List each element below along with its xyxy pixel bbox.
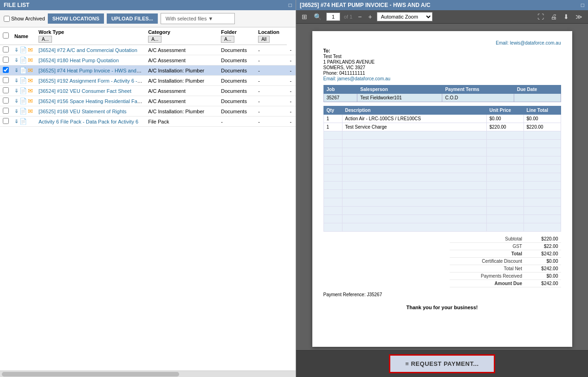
file-list-close-btn[interactable]: □ (289, 2, 292, 8)
scroll-thumb[interactable] (2, 372, 179, 377)
request-payment-button[interactable]: ≡ REQUEST PAYMENT... (389, 354, 495, 373)
download-icon[interactable]: ⇓ (14, 47, 19, 53)
download-icon[interactable]: ⇓ (14, 67, 19, 73)
pdf-icon[interactable]: 📄 (19, 87, 27, 94)
row-checkbox[interactable] (3, 118, 9, 124)
file-link[interactable]: [36525] #74 Heat Pump Invoice - HWS and … (39, 68, 145, 73)
file-link[interactable]: [36525] #192 Assignment Form - Activity … (39, 78, 145, 84)
row-location-cell: - (287, 86, 296, 96)
invoice-item-lineTotal: $0.00 (523, 115, 561, 123)
file-list-title: FILE LIST (4, 2, 29, 8)
email-icon[interactable]: ✉ (28, 57, 33, 64)
invoice-item-desc: Action Air - LRC-100CS / LRE100CS (342, 115, 486, 123)
location-filter-btn[interactable]: All (258, 36, 270, 43)
job-number: 35267 (323, 94, 357, 102)
total-value: $242.00 (525, 250, 561, 258)
file-link[interactable]: [36524] #180 Heat Pump Quotation (39, 58, 119, 63)
email-icon[interactable]: ✉ (28, 46, 33, 53)
email-icon[interactable]: ✉ (28, 67, 33, 74)
page-number-input[interactable]: 1 (326, 13, 340, 21)
pdf-icon[interactable]: 📄 (19, 57, 27, 64)
upload-files-button[interactable]: UPLOAD FILES... (107, 13, 158, 24)
table-row[interactable]: ⇓📄Activity 6 File Pack - Data Pack for A… (0, 117, 296, 127)
zoom-out-btn[interactable]: − (356, 12, 363, 21)
pdf-icon[interactable]: 📄 (19, 67, 27, 74)
more-btn[interactable]: ≫ (574, 12, 584, 21)
row-checkbox[interactable] (3, 98, 9, 104)
select-all-checkbox[interactable] (3, 32, 9, 39)
file-link[interactable]: [36524] #156 Space Heating Residential F… (39, 98, 145, 104)
row-checkbox[interactable] (3, 77, 9, 83)
email-icon[interactable]: ✉ (28, 87, 33, 94)
row-checkbox-cell (0, 86, 12, 96)
row-category-cell: Documents (218, 55, 255, 65)
row-location-cell: - (287, 65, 296, 76)
row-icons-cell: ⇓📄✉ (12, 45, 36, 55)
print-btn[interactable]: 🖨 (549, 12, 559, 21)
table-row[interactable]: ⇓📄✉[36525] #74 Heat Pump Invoice - HWS a… (0, 65, 296, 76)
download-icon[interactable]: ⇓ (14, 78, 19, 84)
worktype-filter-btn[interactable]: A... (39, 36, 52, 43)
row-worktype-cell: A/C Assessment (145, 45, 218, 55)
invoice-empty-row (323, 215, 561, 223)
file-icon-group: ⇓📄✉ (14, 98, 33, 104)
row-name-cell: [36524] #180 Heat Pump Quotation (36, 55, 145, 65)
sidebar-toggle-btn[interactable]: ⊞ (300, 12, 309, 21)
download-icon[interactable]: ⇓ (14, 57, 19, 63)
word-icon[interactable]: 📄 (19, 118, 27, 125)
row-worktype-cell: A/C Installation: Plumber (145, 106, 218, 117)
table-row[interactable]: ⇓📄✉[36524] #180 Heat Pump QuotationA/C A… (0, 55, 296, 65)
email-icon[interactable]: ✉ (28, 77, 33, 84)
file-icon-group: ⇓📄✉ (14, 57, 33, 64)
table-row[interactable]: ⇓📄✉[36524] #72 A/C and Commercial Quotat… (0, 45, 296, 55)
email-icon[interactable]: ✉ (28, 98, 33, 104)
file-link[interactable]: Activity 6 File Pack - Data Pack for Act… (39, 119, 138, 124)
pdf-icon[interactable]: 📄 (19, 77, 27, 84)
table-row[interactable]: ⇓📄✉[36524] #156 Space Heating Residentia… (0, 96, 296, 106)
file-table: Name Work Type A... Category A... (0, 27, 296, 127)
download-btn[interactable]: ⬇ (562, 12, 571, 21)
row-checkbox[interactable] (3, 67, 9, 73)
horizontal-scrollbar[interactable] (0, 370, 296, 377)
download-icon[interactable]: ⇓ (14, 108, 19, 114)
presentation-btn[interactable]: ⛶ (536, 12, 546, 21)
row-checkbox[interactable] (3, 87, 9, 93)
email-icon[interactable]: ✉ (28, 108, 33, 115)
row-checkbox[interactable] (3, 57, 9, 63)
file-link[interactable]: [36525] #168 VEU Statement of Rights (39, 109, 127, 114)
pdf-icon[interactable]: 📄 (19, 98, 27, 104)
show-locations-button[interactable]: SHOW LOCATIONS (48, 13, 104, 24)
row-folder-cell: - (255, 65, 287, 76)
table-row[interactable]: ⇓📄✉[36525] #168 VEU Statement of RightsA… (0, 106, 296, 117)
row-checkbox[interactable] (3, 46, 9, 52)
invoice-item-unitPrice: $0.00 (486, 115, 523, 123)
row-checkbox[interactable] (3, 108, 9, 114)
payment-terms-value: C.O.D (442, 94, 514, 102)
row-checkbox-cell (0, 96, 12, 106)
row-icons-cell: ⇓📄✉ (12, 65, 36, 76)
file-link[interactable]: [36524] #72 A/C and Commercial Quotation (39, 47, 137, 53)
pdf-icon[interactable]: 📄 (19, 108, 27, 115)
row-name-cell: [36524] #102 VEU Consumer Fact Sheet (36, 86, 145, 96)
search-btn[interactable]: 🔍 (312, 12, 323, 21)
table-row[interactable]: ⇓📄✉[36524] #102 VEU Consumer Fact SheetA… (0, 86, 296, 96)
zoom-in-btn[interactable]: + (367, 12, 374, 21)
row-category-cell: Documents (218, 96, 255, 106)
pdf-icon[interactable]: 📄 (19, 46, 27, 53)
folder-filter-btn[interactable]: A... (221, 36, 234, 43)
due-date-value (514, 94, 561, 102)
category-filter-btn[interactable]: A... (148, 36, 162, 43)
row-name-cell: [36525] #74 Heat Pump Invoice - HWS and … (36, 65, 145, 76)
row-name-cell: Activity 6 File Pack - Data Pack for Act… (36, 117, 145, 127)
row-icons-cell: ⇓📄✉ (12, 96, 36, 106)
file-link[interactable]: [36524] #102 VEU Consumer Fact Sheet (39, 88, 131, 94)
download-icon[interactable]: ⇓ (14, 88, 19, 94)
pdf-close-btn[interactable]: □ (581, 2, 584, 8)
show-archived-checkbox[interactable] (4, 16, 10, 22)
download-icon[interactable]: ⇓ (14, 118, 19, 124)
selected-files-button[interactable]: With selected files ▼ (161, 13, 235, 24)
show-archived-label: Show Archived (4, 16, 45, 22)
table-row[interactable]: ⇓📄✉[36525] #192 Assignment Form - Activi… (0, 76, 296, 86)
download-icon[interactable]: ⇓ (14, 98, 19, 104)
zoom-select[interactable]: Automatic Zoom 50% 75% 100% 125% 150% (377, 12, 433, 21)
